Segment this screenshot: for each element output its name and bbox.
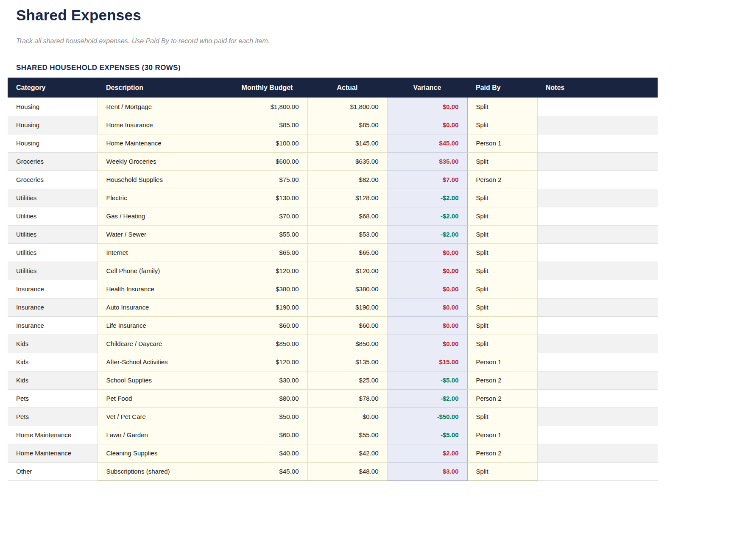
monthly-budget-cell[interactable]: $50.00 <box>227 407 307 426</box>
description-cell[interactable]: Subscriptions (shared) <box>98 462 227 480</box>
paid-by-cell[interactable]: Person 1 <box>467 134 537 152</box>
paid-by-cell[interactable]: Split <box>467 243 537 262</box>
monthly-budget-cell[interactable]: $40.00 <box>227 444 307 462</box>
variance-cell[interactable]: -$2.00 <box>387 189 467 207</box>
notes-cell[interactable] <box>537 407 658 426</box>
notes-cell[interactable] <box>537 134 658 152</box>
paid-by-cell[interactable]: Split <box>467 280 537 298</box>
category-cell[interactable]: Kids <box>8 353 98 371</box>
category-cell[interactable]: Home Maintenance <box>8 426 98 444</box>
variance-cell[interactable]: $0.00 <box>387 98 467 116</box>
description-cell[interactable]: Health Insurance <box>98 280 227 298</box>
actual-cell[interactable]: $850.00 <box>307 335 387 353</box>
actual-cell[interactable]: $85.00 <box>307 116 387 134</box>
description-cell[interactable]: Gas / Heating <box>98 207 227 225</box>
notes-cell[interactable] <box>537 262 658 280</box>
variance-cell[interactable]: -$50.00 <box>387 407 467 426</box>
description-cell[interactable]: Home Insurance <box>98 116 227 134</box>
actual-cell[interactable]: $120.00 <box>307 262 387 280</box>
monthly-budget-cell[interactable]: $850.00 <box>227 335 307 353</box>
description-cell[interactable]: Rent / Mortgage <box>98 98 227 116</box>
variance-cell[interactable]: $0.00 <box>387 280 467 298</box>
category-cell[interactable]: Kids <box>8 335 98 353</box>
actual-cell[interactable]: $635.00 <box>307 152 387 170</box>
variance-cell[interactable]: $7.00 <box>387 170 467 189</box>
notes-cell[interactable] <box>537 280 658 298</box>
variance-cell[interactable]: $0.00 <box>387 316 467 335</box>
actual-cell[interactable]: $60.00 <box>307 316 387 335</box>
description-cell[interactable]: Cleaning Supplies <box>98 444 227 462</box>
actual-cell[interactable]: $55.00 <box>307 426 387 444</box>
paid-by-cell[interactable]: Split <box>467 116 537 134</box>
actual-cell[interactable]: $135.00 <box>307 353 387 371</box>
monthly-budget-cell[interactable]: $1,800.00 <box>227 98 307 116</box>
actual-cell[interactable]: $380.00 <box>307 280 387 298</box>
notes-cell[interactable] <box>537 170 658 189</box>
variance-cell[interactable]: $0.00 <box>387 298 467 316</box>
paid-by-cell[interactable]: Split <box>467 225 537 243</box>
paid-by-cell[interactable]: Person 2 <box>467 170 537 189</box>
notes-cell[interactable] <box>537 426 658 444</box>
category-cell[interactable]: Pets <box>8 407 98 426</box>
category-cell[interactable]: Kids <box>8 371 98 389</box>
monthly-budget-cell[interactable]: $100.00 <box>227 134 307 152</box>
actual-cell[interactable]: $48.00 <box>307 462 387 480</box>
notes-cell[interactable] <box>537 225 658 243</box>
description-cell[interactable]: Cell Phone (family) <box>98 262 227 280</box>
monthly-budget-cell[interactable]: $65.00 <box>227 243 307 262</box>
description-cell[interactable]: Life Insurance <box>98 316 227 335</box>
variance-cell[interactable]: $45.00 <box>387 134 467 152</box>
paid-by-cell[interactable]: Split <box>467 316 537 335</box>
category-cell[interactable]: Insurance <box>8 316 98 335</box>
notes-cell[interactable] <box>537 207 658 225</box>
description-cell[interactable]: Childcare / Daycare <box>98 335 227 353</box>
paid-by-cell[interactable]: Split <box>467 207 537 225</box>
category-cell[interactable]: Housing <box>8 134 98 152</box>
variance-cell[interactable]: $0.00 <box>387 335 467 353</box>
category-cell[interactable]: Utilities <box>8 243 98 262</box>
monthly-budget-cell[interactable]: $190.00 <box>227 298 307 316</box>
actual-cell[interactable]: $53.00 <box>307 225 387 243</box>
description-cell[interactable]: Pet Food <box>98 389 227 407</box>
notes-cell[interactable] <box>537 335 658 353</box>
description-cell[interactable]: Water / Sewer <box>98 225 227 243</box>
variance-cell[interactable]: -$5.00 <box>387 426 467 444</box>
description-cell[interactable]: Electric <box>98 189 227 207</box>
category-cell[interactable]: Insurance <box>8 280 98 298</box>
variance-cell[interactable]: $0.00 <box>387 116 467 134</box>
paid-by-cell[interactable]: Split <box>467 298 537 316</box>
category-cell[interactable]: Housing <box>8 98 98 116</box>
monthly-budget-cell[interactable]: $60.00 <box>227 426 307 444</box>
category-cell[interactable]: Groceries <box>8 152 98 170</box>
monthly-budget-cell[interactable]: $55.00 <box>227 225 307 243</box>
paid-by-cell[interactable]: Person 2 <box>467 389 537 407</box>
monthly-budget-cell[interactable]: $30.00 <box>227 371 307 389</box>
actual-cell[interactable]: $68.00 <box>307 207 387 225</box>
variance-cell[interactable]: $15.00 <box>387 353 467 371</box>
notes-cell[interactable] <box>537 298 658 316</box>
category-cell[interactable]: Housing <box>8 116 98 134</box>
variance-cell[interactable]: -$2.00 <box>387 207 467 225</box>
paid-by-cell[interactable]: Person 1 <box>467 426 537 444</box>
actual-cell[interactable]: $82.00 <box>307 170 387 189</box>
paid-by-cell[interactable]: Split <box>467 335 537 353</box>
monthly-budget-cell[interactable]: $80.00 <box>227 389 307 407</box>
notes-cell[interactable] <box>537 116 658 134</box>
paid-by-cell[interactable]: Split <box>467 152 537 170</box>
variance-cell[interactable]: $35.00 <box>387 152 467 170</box>
variance-cell[interactable]: -$5.00 <box>387 371 467 389</box>
variance-cell[interactable]: $0.00 <box>387 243 467 262</box>
notes-cell[interactable] <box>537 444 658 462</box>
monthly-budget-cell[interactable]: $380.00 <box>227 280 307 298</box>
monthly-budget-cell[interactable]: $70.00 <box>227 207 307 225</box>
variance-cell[interactable]: $2.00 <box>387 444 467 462</box>
actual-cell[interactable]: $65.00 <box>307 243 387 262</box>
description-cell[interactable]: Auto Insurance <box>98 298 227 316</box>
monthly-budget-cell[interactable]: $120.00 <box>227 262 307 280</box>
category-cell[interactable]: Utilities <box>8 262 98 280</box>
variance-cell[interactable]: $0.00 <box>387 262 467 280</box>
actual-cell[interactable]: $128.00 <box>307 189 387 207</box>
category-cell[interactable]: Utilities <box>8 207 98 225</box>
monthly-budget-cell[interactable]: $120.00 <box>227 353 307 371</box>
category-cell[interactable]: Insurance <box>8 298 98 316</box>
